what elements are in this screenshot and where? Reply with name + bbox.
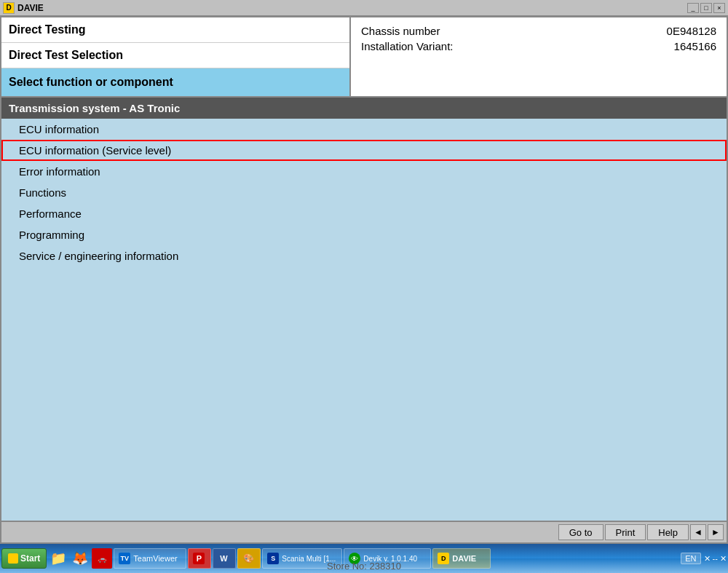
installation-value: 1645166: [674, 40, 716, 52]
app-container: Direct Testing Direct Test Selection Sel…: [0, 16, 728, 544]
menu-item-ecu-information[interactable]: ECU information: [1, 119, 727, 140]
goto-button[interactable]: Go to: [558, 524, 604, 540]
chassis-value: 0E948128: [667, 25, 716, 37]
direct-test-selection-label: Direct Test Selection: [1, 43, 349, 68]
menu-item-functions[interactable]: Functions: [1, 182, 727, 203]
content-area: Transmission system - AS Tronic ECU info…: [1, 98, 727, 521]
title-bar: D DAVIE _ □ ×: [0, 0, 728, 16]
menu-item-service-engineering[interactable]: Service / engineering information: [1, 245, 727, 266]
chassis-label: Chassis number: [361, 25, 440, 37]
menu-item-ecu-service-level[interactable]: ECU information (Service level): [1, 140, 727, 161]
app-icon: D: [3, 2, 15, 14]
select-function-label: Select function or component: [1, 68, 349, 96]
help-button[interactable]: Help: [647, 524, 689, 540]
app-title: DAVIE: [17, 3, 44, 13]
direct-testing-label: Direct Testing: [1, 17, 349, 43]
menu-item-programming[interactable]: Programming: [1, 224, 727, 245]
bottom-bar: Go to Print Help ◄ ►: [1, 521, 727, 542]
menu-list: Transmission system - AS Tronic ECU info…: [1, 98, 727, 266]
maximize-button[interactable]: □: [700, 3, 712, 13]
print-button[interactable]: Print: [605, 524, 646, 540]
header-section: Direct Testing Direct Test Selection Sel…: [1, 17, 727, 98]
menu-section-header: Transmission system - AS Tronic: [1, 98, 727, 119]
next-arrow-button[interactable]: ►: [708, 524, 724, 540]
store-caption: Store No: 238310: [0, 561, 728, 572]
menu-item-error-information[interactable]: Error information: [1, 161, 727, 182]
installation-label: Installation Variant:: [361, 40, 453, 52]
title-bar-left: D DAVIE: [3, 2, 44, 14]
installation-row: Installation Variant: 1645166: [361, 40, 716, 52]
chassis-row: Chassis number 0E948128: [361, 25, 716, 37]
header-right: Chassis number 0E948128 Installation Var…: [351, 17, 727, 96]
header-left: Direct Testing Direct Test Selection Sel…: [1, 17, 351, 96]
minimize-button[interactable]: _: [687, 3, 699, 13]
window-controls[interactable]: _ □ ×: [687, 3, 725, 13]
prev-arrow-button[interactable]: ◄: [690, 524, 706, 540]
close-button[interactable]: ×: [713, 3, 725, 13]
menu-item-performance[interactable]: Performance: [1, 203, 727, 224]
